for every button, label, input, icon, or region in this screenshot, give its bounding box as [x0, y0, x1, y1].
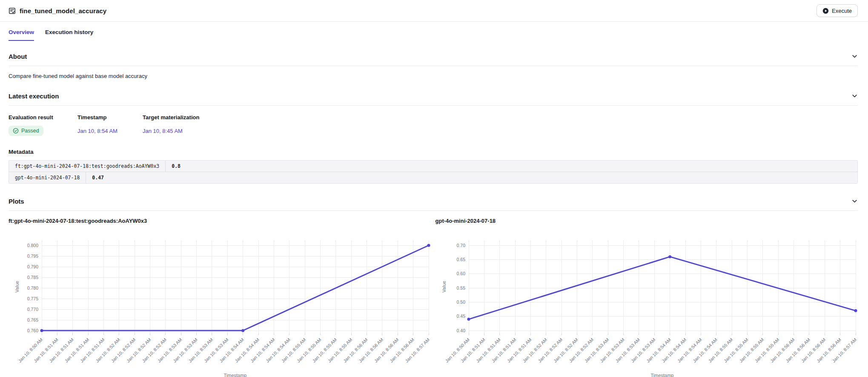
metadata-table: ft:gpt-4o-mini-2024-07-18:test:goodreads… — [9, 160, 858, 184]
svg-text:0.60: 0.60 — [456, 271, 465, 276]
metadata-row: gpt-4o-mini-2024-07-18 0.47 — [9, 172, 857, 183]
metadata-heading: Metadata — [9, 149, 859, 155]
tab-overview[interactable]: Overview — [9, 29, 34, 41]
svg-text:0.785: 0.785 — [27, 275, 38, 280]
chevron-down-icon[interactable] — [851, 54, 858, 59]
metadata-key: gpt-4o-mini-2024-07-18 — [9, 172, 86, 183]
line-chart-svg: 0.7600.7650.7700.7750.7800.7850.7900.795… — [9, 237, 431, 377]
chevron-down-icon[interactable] — [851, 199, 858, 204]
plots-row: ft:gpt-4o-mini-2024-07-18:test:goodreads… — [9, 218, 858, 377]
svg-text:0.55: 0.55 — [456, 285, 465, 291]
page-title: fine_tuned_model_accuracy — [20, 7, 106, 14]
column-header-timestamp: Timestamp — [77, 114, 143, 121]
about-section-header: About — [9, 53, 858, 66]
status-badge-label: Passed — [21, 128, 39, 134]
latest-execution-grid: Evaluation result Timestamp Target mater… — [9, 114, 859, 136]
column-header-evaluation-result: Evaluation result — [9, 114, 77, 121]
metadata-row: ft:gpt-4o-mini-2024-07-18:test:goodreads… — [9, 161, 857, 172]
column-header-target-materialization: Target materialization — [143, 114, 859, 121]
latest-execution-heading: Latest execution — [9, 92, 59, 100]
svg-text:0.795: 0.795 — [27, 253, 38, 259]
timestamp-link[interactable]: Jan 10, 8:54 AM — [77, 128, 143, 134]
tab-execution-history[interactable]: Execution history — [45, 29, 93, 41]
execute-button-label: Execute — [832, 8, 852, 14]
chevron-down-icon[interactable] — [851, 94, 858, 98]
svg-text:0.780: 0.780 — [27, 285, 38, 291]
line-chart-svg: 0.400.450.500.550.600.650.70Jan 10, 8:50… — [435, 237, 858, 377]
svg-text:Value: Value — [14, 281, 20, 292]
svg-text:0.765: 0.765 — [27, 317, 38, 322]
play-icon — [822, 8, 829, 14]
tab-bar: Overview Execution history — [0, 22, 868, 41]
svg-text:Value: Value — [441, 281, 447, 292]
svg-text:0.800: 0.800 — [27, 243, 38, 248]
svg-text:0.775: 0.775 — [27, 296, 38, 301]
svg-text:Timestamp: Timestamp — [224, 373, 247, 377]
svg-text:0.70: 0.70 — [456, 243, 465, 248]
status-badge-passed: Passed — [9, 126, 43, 136]
svg-text:0.790: 0.790 — [27, 264, 38, 269]
svg-text:0.65: 0.65 — [456, 257, 465, 262]
plots-heading: Plots — [9, 198, 24, 205]
plot-column-base-model: gpt-4o-mini-2024-07-18 0.400.450.500.550… — [435, 218, 858, 377]
svg-text:0.45: 0.45 — [456, 314, 465, 319]
plots-section-header: Plots — [9, 198, 858, 211]
header: fine_tuned_model_accuracy Execute — [0, 0, 868, 22]
target-materialization-link[interactable]: Jan 10, 8:45 AM — [143, 128, 859, 134]
asset-check-icon — [9, 7, 16, 14]
metadata-value: 0.47 — [86, 172, 110, 183]
execute-button[interactable]: Execute — [816, 4, 858, 17]
line-chart-fine-tuned: 0.7600.7650.7700.7750.7800.7850.7900.795… — [9, 237, 431, 377]
plot-title: ft:gpt-4o-mini-2024-07-18:test:goodreads… — [9, 218, 431, 224]
metadata-key: ft:gpt-4o-mini-2024-07-18:test:goodreads… — [9, 161, 166, 172]
about-description: Compare fine-tuned model against base mo… — [9, 73, 859, 79]
plot-title: gpt-4o-mini-2024-07-18 — [435, 218, 858, 224]
latest-execution-section-header: Latest execution — [9, 92, 858, 106]
line-chart-base-model: 0.400.450.500.550.600.650.70Jan 10, 8:50… — [435, 237, 858, 377]
plot-column-fine-tuned: ft:gpt-4o-mini-2024-07-18:test:goodreads… — [9, 218, 431, 377]
svg-text:0.770: 0.770 — [27, 307, 38, 312]
svg-text:0.50: 0.50 — [456, 299, 465, 305]
check-circle-icon — [13, 128, 19, 134]
about-heading: About — [9, 53, 27, 60]
svg-text:Timestamp: Timestamp — [650, 373, 673, 377]
svg-text:0.760: 0.760 — [27, 328, 38, 333]
svg-text:0.40: 0.40 — [456, 328, 465, 333]
metadata-value: 0.8 — [166, 161, 186, 172]
